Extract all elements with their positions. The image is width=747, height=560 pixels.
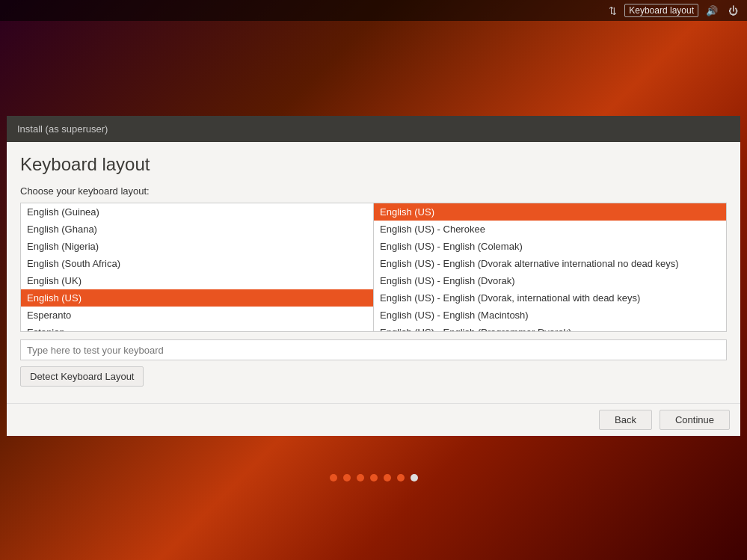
list-item[interactable]: English (UK) [21, 272, 373, 289]
list-item[interactable]: English (US) - English (Macintosh) [374, 307, 726, 324]
choose-label: Choose your keyboard layout: [20, 185, 727, 197]
continue-button[interactable]: Continue [660, 410, 730, 430]
window-title: Install (as superuser) [17, 123, 108, 135]
keyboard-indicator[interactable]: Keyboard layout [624, 4, 698, 17]
list-item[interactable]: English (US) - English (Dvorak) [374, 272, 726, 289]
page-title: Keyboard layout [20, 154, 727, 175]
list-item[interactable]: English (US) [374, 203, 726, 221]
keyboard-layout-list-right[interactable]: English (US)English (US) - CherokeeEngli… [373, 203, 727, 332]
keyboard-layout-list-left[interactable]: English (Guinea)English (Ghana)English (… [20, 203, 373, 332]
list-item[interactable]: English (South Africa) [21, 255, 373, 272]
back-button[interactable]: Back [599, 410, 652, 430]
list-item[interactable]: English (Ghana) [21, 221, 373, 238]
list-item[interactable]: Esperanto [21, 307, 373, 324]
volume-icon[interactable]: 🔊 [703, 4, 721, 18]
progress-dots [0, 474, 747, 481]
transfer-icon[interactable]: ⇅ [606, 4, 620, 18]
list-item[interactable]: English (Nigeria) [21, 238, 373, 255]
power-icon[interactable]: ⏻ [725, 4, 741, 18]
list-item[interactable]: English (US) - English (Dvorak alternati… [374, 255, 726, 272]
progress-dot-4 [370, 474, 378, 481]
bottom-bar: Back Continue [7, 403, 740, 436]
list-item[interactable]: English (US) - English (Dvorak, internat… [374, 289, 726, 307]
progress-dot-7 [411, 474, 418, 481]
window-content: Keyboard layout Choose your keyboard lay… [7, 142, 740, 403]
layout-lists: English (Guinea)English (Ghana)English (… [20, 203, 727, 332]
list-item[interactable]: English (US) - English (Colemak) [374, 238, 726, 255]
progress-dot-2 [343, 474, 351, 481]
keyboard-test-row [20, 339, 727, 360]
list-item[interactable]: English (US) - Cherokee [374, 221, 726, 238]
detect-keyboard-layout-button[interactable]: Detect Keyboard Layout [20, 366, 144, 387]
progress-dot-5 [384, 474, 391, 481]
list-item[interactable]: Estonian [21, 324, 373, 332]
keyboard-test-input[interactable] [20, 339, 727, 360]
list-item[interactable]: English (US) [21, 289, 373, 307]
progress-dot-3 [357, 474, 364, 481]
list-item[interactable]: English (US) - English (Programmer Dvora… [374, 324, 726, 332]
progress-dot-6 [397, 474, 405, 481]
installer-window: Install (as superuser) Keyboard layout C… [7, 116, 740, 436]
top-panel: ⇅ Keyboard layout 🔊 ⏻ [0, 0, 747, 21]
progress-dot-1 [330, 474, 337, 481]
window-titlebar: Install (as superuser) [7, 116, 740, 142]
list-item[interactable]: English (Guinea) [21, 203, 373, 221]
